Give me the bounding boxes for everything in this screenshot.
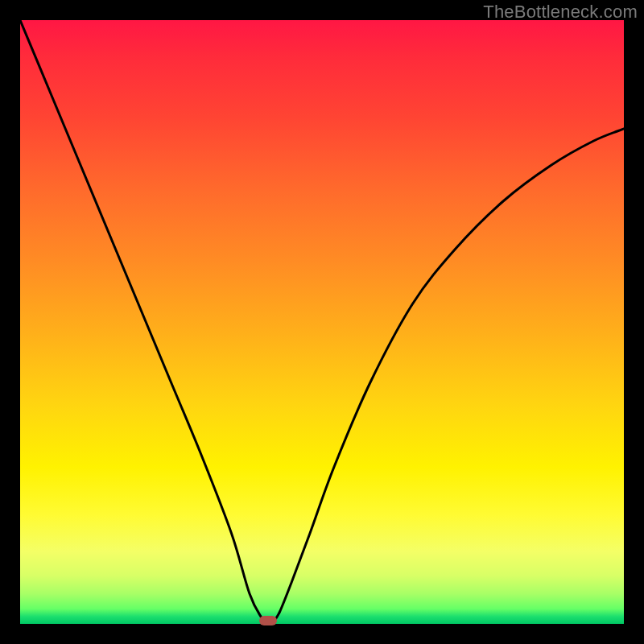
bottleneck-curve [20,20,624,624]
optimum-marker [259,616,277,625]
chart-frame: TheBottleneck.com [0,0,644,644]
plot-area [20,20,624,624]
